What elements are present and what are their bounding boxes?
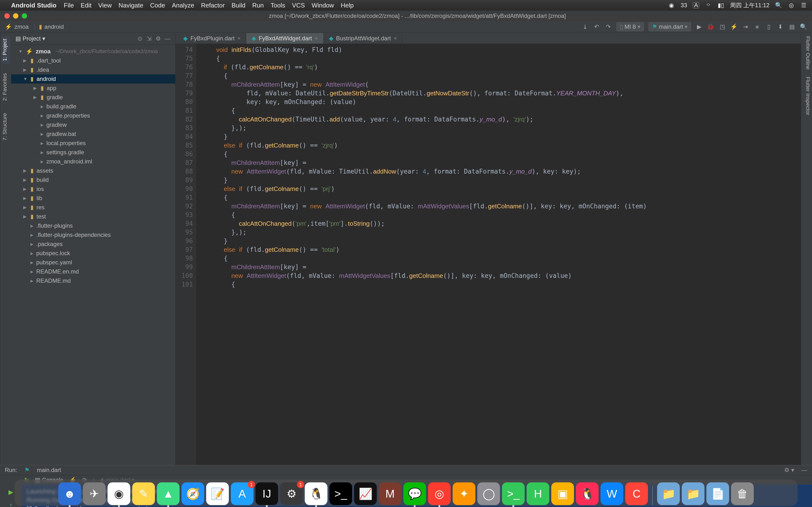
- menu-build[interactable]: Build: [232, 2, 246, 9]
- flutter-inspector-tab[interactable]: Flutter Inspector: [802, 77, 811, 115]
- dock-motion[interactable]: M: [379, 483, 401, 505]
- tree-item[interactable]: ▸.flutter-plugins-dependencies: [11, 230, 175, 239]
- run-settings-icon[interactable]: ⚙ ▾: [784, 467, 794, 473]
- avd-button[interactable]: ▯: [765, 23, 772, 31]
- tree-item[interactable]: ▶▮assets: [11, 166, 175, 175]
- tab-bustripattwidget[interactable]: ◆BustripAttWidget.dart×: [323, 33, 403, 44]
- tree-root[interactable]: ▼⚡ zmoa ~/D/work_zbcx/Flutter/code/oa/co…: [11, 47, 175, 56]
- menu-help[interactable]: Help: [341, 2, 354, 9]
- structure-button[interactable]: ▤: [788, 23, 796, 31]
- attach-button[interactable]: ⇥: [742, 23, 749, 31]
- tree-item[interactable]: ▶▮.idea: [11, 65, 175, 74]
- tree-item[interactable]: ▶▮gradle: [11, 93, 175, 102]
- dock-clion[interactable]: C: [625, 483, 648, 505]
- dock-app2[interactable]: ◯: [477, 483, 500, 505]
- dock-folder[interactable]: 📁: [682, 483, 704, 505]
- menu-window[interactable]: Window: [312, 2, 334, 9]
- tree-item[interactable]: ▸gradlew.bat: [11, 129, 175, 138]
- back-icon[interactable]: ↶: [593, 23, 600, 31]
- dock-prefs[interactable]: ⚙1: [280, 483, 303, 505]
- menu-run[interactable]: Run: [252, 2, 264, 9]
- tree-item[interactable]: ▸pubspec.yaml: [11, 258, 175, 267]
- dock-app4[interactable]: 🐧: [576, 483, 599, 505]
- hide-icon[interactable]: —: [164, 35, 171, 42]
- tree-item[interactable]: ▸settings.gradle: [11, 148, 175, 157]
- run-button[interactable]: ▶: [696, 23, 703, 31]
- dock-safari[interactable]: 🧭: [182, 483, 204, 505]
- dock-qq[interactable]: 🐧: [305, 483, 327, 505]
- tab-fybxdattwidget[interactable]: ◆FyBxdAttWidget.dart×: [246, 33, 323, 44]
- dock-app3[interactable]: ▣: [551, 483, 574, 505]
- battery-icon[interactable]: ▮▯: [717, 2, 724, 9]
- menu-view[interactable]: View: [98, 2, 112, 9]
- dock-folder[interactable]: 📁: [657, 483, 680, 505]
- tree-item[interactable]: ▸README.md: [11, 276, 175, 285]
- close-icon[interactable]: ×: [238, 35, 241, 42]
- run-hide-icon[interactable]: —: [801, 467, 807, 473]
- tree-item[interactable]: ▶▮lib: [11, 193, 175, 203]
- menu-vcs[interactable]: VCS: [292, 2, 305, 9]
- debug-button[interactable]: 🐞: [707, 23, 714, 31]
- sync-icon[interactable]: ⤓: [581, 23, 589, 31]
- stop-button[interactable]: ■: [754, 23, 761, 31]
- dock-chrome[interactable]: ◉: [108, 483, 130, 505]
- breadcrumb-root[interactable]: ⚡zmoa: [5, 23, 29, 30]
- notifications-icon[interactable]: ☰: [800, 2, 807, 9]
- fwd-icon[interactable]: ↷: [605, 23, 612, 31]
- dock-app1[interactable]: ✦: [453, 483, 475, 505]
- dock-intellij[interactable]: IJ: [255, 483, 278, 505]
- tree-item[interactable]: ▸gradle.properties: [11, 111, 175, 120]
- tree-item[interactable]: ▶▮build: [11, 175, 175, 184]
- wifi-icon[interactable]: ⌔: [705, 2, 712, 9]
- favorites-tab[interactable]: 2: Favorites: [1, 71, 10, 103]
- dock-trash[interactable]: 🗑: [731, 483, 754, 505]
- hot-reload-button[interactable]: ⚡: [730, 23, 738, 31]
- dock-terminal[interactable]: >_: [329, 483, 352, 505]
- run-config-select[interactable]: ⚑ main.dart ▾: [648, 22, 691, 32]
- tab-fybxdplugin[interactable]: ◆FyBxdPlugin.dart×: [178, 33, 246, 44]
- dock-folder[interactable]: 📄: [706, 483, 729, 505]
- project-tree[interactable]: ▼⚡ zmoa ~/D/work_zbcx/Flutter/code/oa/co…: [11, 45, 175, 465]
- profile-button[interactable]: ◳: [719, 23, 726, 31]
- settings-icon[interactable]: ⚙: [155, 35, 162, 42]
- menu-analyze[interactable]: Analyze: [172, 2, 194, 9]
- dock-activity[interactable]: 📈: [354, 483, 377, 505]
- tree-item[interactable]: ▸zmoa_android.iml: [11, 157, 175, 166]
- dock-finder[interactable]: ☻: [58, 483, 81, 505]
- code-area[interactable]: void initFlds(GlobalKey key, Fld fld) { …: [196, 44, 801, 465]
- dock-iterm[interactable]: >_: [502, 483, 525, 505]
- fullscreen-window-button[interactable]: [22, 13, 27, 18]
- tree-item[interactable]: ▸local.properties: [11, 138, 175, 148]
- collapse-icon[interactable]: ⇲: [146, 35, 152, 42]
- menu-edit[interactable]: Edit: [81, 2, 92, 9]
- close-window-button[interactable]: [4, 13, 10, 18]
- breadcrumb-android[interactable]: ▮android: [39, 23, 64, 30]
- dock-notes[interactable]: ✎: [132, 483, 155, 505]
- view-mode[interactable]: ▤ Project ▾: [15, 35, 45, 42]
- minimize-window-button[interactable]: [13, 13, 18, 18]
- structure-tab[interactable]: 7: Structure: [1, 111, 10, 143]
- menu-refactor[interactable]: Refactor: [201, 2, 225, 9]
- app-name[interactable]: Android Studio: [11, 2, 57, 9]
- menu-code[interactable]: Code: [150, 2, 165, 9]
- dock-wechat[interactable]: 💬: [403, 483, 426, 505]
- battery-pct[interactable]: 33: [681, 2, 687, 9]
- tree-item[interactable]: ▸.packages: [11, 239, 175, 249]
- tree-item[interactable]: ▶▮res: [11, 203, 175, 212]
- dock-android-studio[interactable]: ▲: [157, 483, 180, 505]
- menu-navigate[interactable]: Navigate: [118, 2, 143, 9]
- locate-icon[interactable]: ⊙: [137, 35, 143, 42]
- tree-item[interactable]: ▶▮ios: [11, 184, 175, 193]
- ime-icon[interactable]: A: [693, 2, 699, 8]
- line-gutter[interactable]: 74 75 76 77 78 79 80 81 82 83 84 85 86 8…: [175, 44, 196, 465]
- clock[interactable]: 周四 上午11:12: [730, 1, 769, 9]
- dock-app-store[interactable]: A1: [231, 483, 254, 505]
- tree-item[interactable]: ▶▮.dart_tool: [11, 56, 175, 65]
- tree-item[interactable]: ▸README.en.md: [11, 267, 175, 276]
- tree-item[interactable]: ▸.flutter-plugins: [11, 221, 175, 230]
- tree-item[interactable]: ▸pubspec.lock: [11, 249, 175, 258]
- tree-item[interactable]: ▶▮app: [11, 83, 175, 93]
- tree-item[interactable]: ▶▮test: [11, 212, 175, 221]
- menu-tools[interactable]: Tools: [270, 2, 285, 9]
- project-tab[interactable]: 1: Project: [1, 36, 10, 63]
